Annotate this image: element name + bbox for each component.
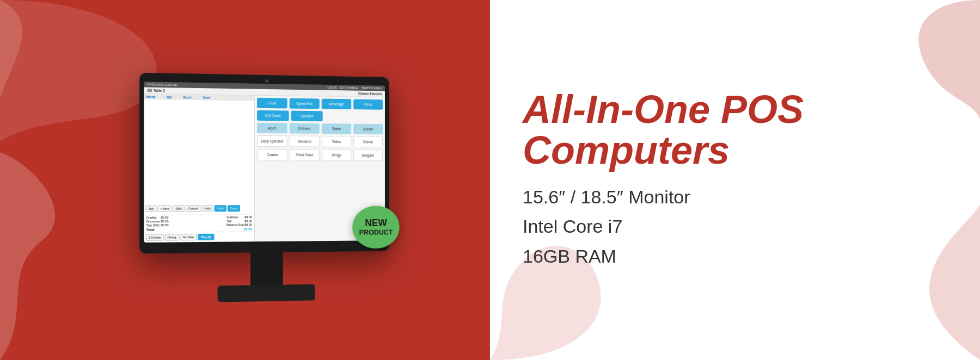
gift-cards-btn[interactable]: Gift Cards [257, 110, 289, 121]
menu-row-4: Daily Specials Desserts Sides Extras [257, 135, 383, 148]
new-product-badge: NEW PRODUCT [352, 206, 400, 249]
right-section: All-In-One POS Computers 15.6″ / 18.5″ M… [490, 0, 980, 360]
right-content: All-In-One POS Computers 15.6″ / 18.5″ M… [523, 89, 804, 271]
order-panel: Name Qty Each Total Tab + Item [144, 94, 255, 243]
add-item-btn[interactable]: + Item [157, 205, 171, 212]
previous-course-btn[interactable]: PREVIOUS COURSE [148, 83, 177, 86]
extras2-btn[interactable]: Extras [353, 136, 383, 147]
eat-change-btn[interactable]: EAT CHANGE [340, 86, 358, 89]
specs-list: 15.6″ / 18.5″ Monitor Intel Core i7 16GB… [523, 182, 804, 271]
badge-new-text: NEW [365, 218, 387, 229]
col-each: Each [183, 96, 192, 99]
monitor: PREVIOUS COURSE LOGIN EAT CHANGE SWITCH … [139, 73, 389, 304]
left-section: PREVIOUS COURSE LOGIN EAT CHANGE SWITCH … [0, 0, 490, 360]
discounts-value: $0.00 [161, 220, 168, 223]
headline-line1: All-In-One POS [523, 89, 804, 131]
col-name: Name [146, 95, 156, 98]
totals-section: Credits:$0.00 Discounts:$0.00 Tips (0%):… [144, 214, 254, 232]
send-btn[interactable]: Send [228, 205, 240, 212]
cancel-btn[interactable]: Cancel [186, 205, 201, 212]
spec-cpu: Intel Core i7 [523, 212, 804, 241]
extras-btn[interactable]: Extras [353, 124, 383, 134]
bottom-buttons: 1 Guests Dining No Sale Pay ($) [144, 231, 254, 243]
topbar-buttons: LOGIN EAT CHANGE SWITCH USER [328, 86, 382, 90]
balance-label: Balance Due: [226, 223, 244, 226]
headline: All-In-One POS Computers [523, 89, 804, 171]
empty-space [325, 111, 383, 122]
daily-specials-btn[interactable]: Daily Specials [257, 135, 287, 147]
menu-row-1: Food Speed Bar Beverage Pizza [257, 98, 383, 110]
pay-button[interactable]: Pay ($) [198, 234, 215, 240]
monitor-stand-neck [250, 252, 283, 285]
speed-bar-btn[interactable]: Speed Bar [290, 98, 320, 109]
tab-btn[interactable]: Tab [146, 206, 157, 212]
tips-value: $0.00 [161, 224, 168, 227]
tax-label: Tax: [226, 219, 232, 222]
food-btn[interactable]: Food [257, 98, 287, 109]
entrees-btn[interactable]: Entrees [290, 123, 320, 133]
total-label: Total: [146, 228, 155, 231]
monitor-stand-base [218, 284, 315, 302]
sides2-btn[interactable]: Sides [322, 136, 352, 147]
col-qty: Qty [167, 95, 172, 98]
balance-value: $0.00 [244, 223, 252, 226]
pos-content: Name Qty Each Total Tab + Item [144, 94, 384, 243]
hold-blue-btn[interactable]: Hold [215, 205, 226, 212]
total-value: $0.00 [244, 227, 252, 231]
monitor-screen: PREVIOUS COURSE LOGIN EAT CHANGE SWITCH … [144, 82, 384, 243]
guests-btn[interactable]: 1 Guests [146, 234, 164, 240]
monitor-body: PREVIOUS COURSE LOGIN EAT CHANGE SWITCH … [139, 73, 389, 254]
combo-btn[interactable]: Combo [257, 149, 287, 160]
credits-label: Credits: [146, 216, 157, 219]
specials-btn[interactable]: Specials [291, 111, 323, 122]
col-total: Total [203, 96, 210, 99]
left-totals: Credits:$0.00 Discounts:$0.00 Tips (0%):… [146, 215, 169, 228]
pizza-btn[interactable]: Pizza [353, 99, 383, 109]
credits-value: $0.00 [161, 216, 168, 219]
subtotal-label: Subtotal: [226, 215, 238, 219]
fried-food-btn[interactable]: Fried Food [290, 149, 320, 160]
menu-row-5: Combo Fried Food Wings Burgers [257, 149, 383, 161]
apps-btn[interactable]: Apps [257, 123, 287, 134]
discounts-label: Discounts: [146, 220, 161, 223]
desserts-btn[interactable]: Desserts [290, 135, 320, 147]
action-buttons: Tab + Item Split Cancel Hold Hold Send [144, 203, 254, 215]
wings-btn[interactable]: Wings [322, 150, 352, 161]
main-banner: PREVIOUS COURSE LOGIN EAT CHANGE SWITCH … [0, 0, 980, 360]
pos-interface: PREVIOUS COURSE LOGIN EAT CHANGE SWITCH … [144, 82, 384, 243]
table-info: BS Table 5 [148, 89, 165, 93]
badge-product-text: PRODUCT [359, 228, 393, 236]
login-btn[interactable]: LOGIN [328, 86, 337, 89]
tips-label: Tips (0%): [146, 224, 161, 227]
burgers-btn[interactable]: Burgers [353, 150, 383, 161]
beverage-btn[interactable]: Beverage [322, 98, 352, 109]
tax-value: $0.00 [244, 219, 252, 222]
sides-btn[interactable]: Sides [322, 123, 352, 134]
spec-monitor: 15.6″ / 18.5″ Monitor [523, 182, 804, 212]
menu-row-3: Apps Entrees Sides Extras [257, 123, 383, 134]
right-totals: Subtotal:$0.00 Tax:$0.00 Balance Due:$0.… [226, 215, 252, 227]
dining-btn[interactable]: Dining [165, 234, 179, 240]
action-row-1: Tab + Item Split Cancel Hold Hold Send [146, 205, 253, 212]
camera-dot [265, 79, 268, 83]
headline-line2: Computers [523, 130, 804, 171]
spec-ram: 16GB RAM [523, 241, 804, 271]
subtotal-value: $0.00 [244, 215, 252, 219]
no-sale-btn[interactable]: No Sale [180, 234, 197, 240]
order-items [144, 100, 254, 204]
split-btn[interactable]: Split [173, 205, 184, 212]
menu-row-2: Gift Cards Specials [257, 110, 383, 122]
switch-user-btn[interactable]: SWITCH USER [362, 86, 382, 90]
hold-btn[interactable]: Hold [201, 205, 213, 212]
user-name: Sharon Hansen [358, 92, 382, 96]
